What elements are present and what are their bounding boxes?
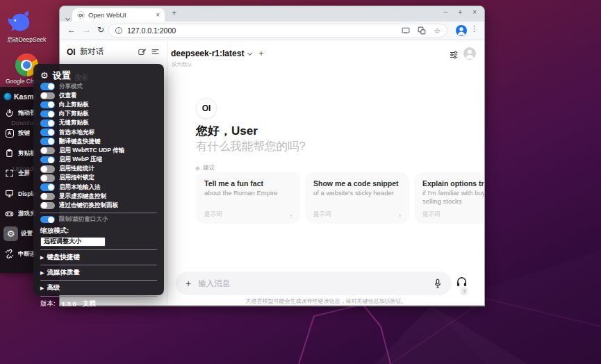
toggle-label: 向下剪贴板 (59, 110, 89, 118)
settings-panel-header: ⚙ 设置 (40, 69, 157, 82)
model-name: deepseek-r1:latest (171, 49, 244, 58)
section-label: 键盘快捷键 (47, 253, 80, 260)
browser-profile-avatar[interactable] (456, 25, 467, 36)
input-placeholder: 输入消息 (198, 279, 427, 289)
toggle-5-row: 无缝剪贴板 (40, 119, 157, 128)
toggle-label: 启用 WebP 压缩 (59, 156, 102, 164)
tab-title: Open WebUI (88, 11, 152, 19)
chevron-down-icon (247, 50, 252, 55)
sidebar-toggle-icon[interactable] (151, 47, 160, 56)
cast-icon[interactable] (402, 26, 410, 35)
clipboard-icon (3, 147, 15, 159)
kasm-item-5[interactable]: Displays (3, 183, 36, 204)
toggle-label: 启用性能统计 (59, 165, 94, 173)
message-input[interactable]: + 输入消息 (176, 272, 452, 295)
suggestion-card-1[interactable]: Tell me a fun factabout the Roman Empire… (196, 172, 300, 224)
version-row: 版本: 1.3.0 文档 (40, 296, 157, 308)
toggle-12-row: 启用本地输入法 (40, 183, 157, 192)
toggle-label: 启用指针锁定 (59, 174, 94, 182)
toggle-14-row: 通过击键切换控制面板 (40, 201, 157, 210)
browser-tab[interactable]: OI Open WebUI × (72, 8, 165, 22)
toggle-13[interactable] (40, 193, 55, 201)
kasm-item-8[interactable]: 中断连接 (3, 244, 36, 264)
model-selector[interactable]: deepseek-r1:latest + (171, 49, 263, 58)
arrow-up-icon: ↑ (290, 213, 293, 220)
arrow-up-icon: ↑ (399, 213, 402, 220)
translate-icon[interactable] (418, 26, 426, 35)
toggle-4-row: 向下剪贴板 (40, 110, 157, 119)
browser-toolbar: ← → ↻ i 127.0.0.1:2000 ☆ ⋮ (60, 22, 484, 40)
window-maximize-button[interactable]: + (458, 8, 462, 16)
toggle-10-row: 启用性能统计 (40, 165, 157, 174)
toggle-11[interactable] (40, 174, 55, 182)
toggle-3[interactable] (40, 101, 55, 109)
card-footer-label: 提示词 (422, 210, 441, 219)
greeting-subtitle: 有什么我能帮您的吗? (196, 139, 306, 154)
tab-close-icon[interactable]: × (156, 11, 160, 19)
toggle-7[interactable] (40, 138, 55, 145)
kasm-item-label: 设置 (21, 230, 33, 238)
kasm-logo-icon (3, 92, 12, 101)
address-bar[interactable]: i 127.0.0.1:2000 ☆ (108, 24, 447, 38)
triangle-expander-icon: ▶ (40, 286, 44, 290)
help-button[interactable]: ? (460, 287, 468, 295)
display-icon (3, 188, 15, 199)
desktop-icon-deepseek[interactable]: 启动DeepSeek (6, 8, 47, 44)
toggle-6-row: 首选本地光标 (40, 128, 157, 137)
mic-icon[interactable] (434, 279, 442, 288)
new-tab-button[interactable]: + (172, 8, 176, 18)
gear-icon: ⚙ (40, 71, 49, 80)
toggle-2[interactable] (40, 92, 55, 100)
browser-menu-icon[interactable]: ⋮ (470, 24, 478, 33)
toggle-10[interactable] (40, 165, 55, 173)
new-chat-label[interactable]: 新对话 (80, 47, 133, 57)
toggle-12[interactable] (40, 183, 55, 191)
toggle-9[interactable] (40, 156, 55, 164)
disclaimer-text: 大语言模型可能会生成误导性错误信息，请对关键信息加以验证。 (168, 297, 484, 305)
forward-button: → (83, 26, 91, 34)
window-close-button[interactable]: × (472, 8, 477, 16)
window-minimize-button[interactable]: − (443, 8, 447, 16)
toggle-1[interactable] (40, 83, 55, 90)
toggle-label: 仅查看 (59, 92, 77, 100)
toggle-9-row: 启用 WebP 压缩 (40, 156, 157, 165)
reload-button[interactable]: ↻ (97, 26, 104, 34)
gamepad-icon (3, 208, 15, 220)
new-chat-pencil-icon[interactable] (138, 47, 147, 56)
toggle-6[interactable] (40, 129, 55, 136)
user-avatar[interactable] (463, 47, 476, 60)
toggle-14[interactable] (40, 202, 55, 210)
back-button[interactable]: ← (67, 26, 76, 34)
settings-section-1[interactable]: ▶键盘快捷键 (40, 249, 157, 262)
add-model-button[interactable]: + (258, 49, 263, 58)
toggle-4[interactable] (40, 110, 55, 118)
toggle-label: 显示虚拟键盘控制 (59, 192, 106, 201)
settings-section-3[interactable]: ▶高级 (40, 280, 157, 292)
suggestion-card-2[interactable]: Show me a code snippetof a website's sti… (305, 172, 409, 224)
site-info-icon[interactable]: i (115, 27, 122, 34)
desktop-icon-label: 启动DeepSeek (6, 36, 47, 44)
toggle-clip-window-row: 限制/裁切窗口大小 (40, 215, 157, 224)
unlink-icon (3, 248, 15, 260)
suggestion-card-3[interactable]: Explain options tradingif I'm familiar w… (414, 172, 484, 224)
chat-settings-icon[interactable] (449, 50, 459, 60)
docs-link[interactable]: 文档 (83, 299, 96, 308)
zoom-mode-select[interactable]: 远程调整大小 (40, 237, 106, 247)
section-label: 流媒体质量 (47, 268, 80, 276)
toggle-5[interactable] (40, 119, 55, 127)
section-label: 高级 (47, 283, 60, 291)
toggle-clip-window[interactable] (40, 216, 55, 224)
attach-plus-icon[interactable]: + (186, 278, 191, 289)
card-footer-label: 提示词 (313, 210, 331, 219)
card-subtitle: of a website's sticky header (313, 189, 401, 197)
kasm-item-3[interactable]: 剪贴板 (3, 143, 36, 163)
desktop: 启动DeepSeek Google Chrome Download Upload… (0, 0, 601, 364)
kasm-item-6[interactable]: 游戏光标 (3, 204, 36, 224)
divider (40, 213, 157, 213)
set-default-label[interactable]: 设为默认 (172, 61, 192, 68)
toggle-8[interactable] (40, 147, 55, 155)
voice-call-headphones-icon[interactable] (456, 276, 468, 287)
settings-section-2[interactable]: ▶流媒体质量 (40, 265, 157, 277)
bookmark-star-icon[interactable]: ☆ (434, 27, 441, 35)
kasm-item-7[interactable]: ⚙设置 (3, 224, 36, 244)
